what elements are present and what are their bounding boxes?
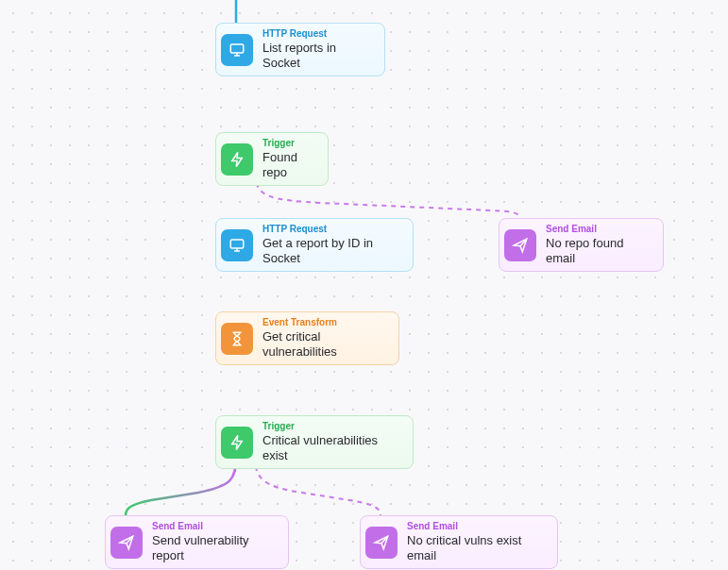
node-title: Critical vulnerabilities exist	[262, 433, 401, 464]
workflow-canvas[interactable]: HTTP Request List reports in Socket Trig…	[0, 0, 728, 570]
monitor-icon	[221, 229, 253, 261]
node-title: Send vulnerability report	[152, 533, 277, 564]
node-title: No critical vulns exist email	[407, 533, 546, 564]
lightning-icon	[221, 427, 253, 459]
hourglass-icon	[221, 323, 253, 355]
node-type: Trigger	[262, 421, 401, 433]
node-title: Get a report by ID in Socket	[262, 236, 401, 267]
node-get-report[interactable]: HTTP Request Get a report by ID in Socke…	[215, 218, 414, 272]
node-type: Send Email	[152, 521, 277, 533]
node-type: HTTP Request	[262, 28, 373, 41]
node-title: Get critical vulnerabilities	[262, 329, 387, 360]
send-icon	[110, 527, 143, 559]
node-list-reports[interactable]: HTTP Request List reports in Socket	[215, 23, 385, 76]
node-no-crit-email[interactable]: Send Email No critical vulns exist email	[360, 515, 558, 569]
svg-rect-0	[230, 44, 244, 53]
lightning-icon	[221, 143, 253, 176]
send-icon	[504, 229, 536, 261]
node-type: Send Email	[407, 521, 546, 533]
node-type: Event Transform	[262, 317, 387, 329]
node-get-critical[interactable]: Event Transform Get critical vulnerabili…	[215, 311, 399, 365]
node-found-repo[interactable]: Trigger Found repo	[215, 132, 329, 186]
node-title: No repo found email	[546, 236, 652, 267]
send-icon	[365, 527, 398, 559]
node-type: HTTP Request	[262, 224, 401, 236]
node-type: Send Email	[546, 224, 652, 236]
node-type: Trigger	[262, 138, 316, 150]
monitor-icon	[221, 34, 253, 66]
node-send-report[interactable]: Send Email Send vulnerability report	[105, 515, 289, 569]
node-no-repo-email[interactable]: Send Email No repo found email	[499, 218, 664, 272]
node-crit-exist[interactable]: Trigger Critical vulnerabilities exist	[215, 415, 414, 469]
node-title: Found repo	[262, 150, 316, 181]
node-title: List reports in Socket	[262, 41, 373, 72]
svg-rect-1	[230, 240, 244, 248]
